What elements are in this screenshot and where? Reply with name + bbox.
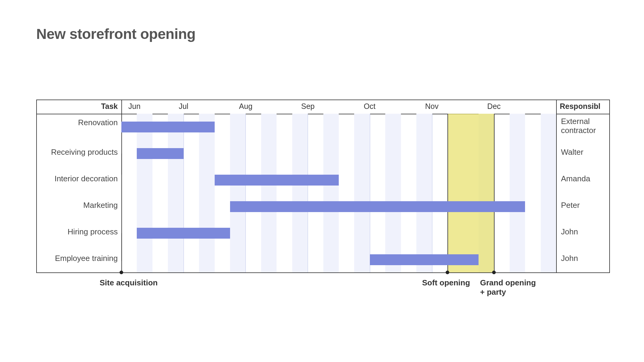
- task-label: Interior decoration: [54, 174, 118, 183]
- task-label: Employee training: [55, 254, 118, 263]
- gantt-chart: Task Jun Jul Aug Sep Oct Nov Dec Respons…: [36, 100, 610, 273]
- responsible-column: External contractor Walter Amanda Peter …: [557, 114, 609, 272]
- bar-interior-decoration[interactable]: [215, 175, 339, 186]
- responsible-label: Peter: [561, 201, 580, 210]
- chart-body: Renovation Receiving products Interior d…: [37, 114, 609, 272]
- header-responsible: Responsibl: [560, 102, 601, 111]
- milestone-marker-soft-opening: [446, 271, 449, 274]
- bar-renovation[interactable]: [121, 122, 215, 132]
- header-month-sep: Sep: [287, 102, 329, 111]
- page-title: New storefront opening: [36, 26, 196, 42]
- chart-header: Task Jun Jul Aug Sep Oct Nov Dec Respons…: [37, 100, 609, 114]
- header-month-aug: Aug: [225, 102, 267, 111]
- responsible-label: John: [561, 254, 578, 263]
- task-label: Renovation: [78, 118, 118, 127]
- milestone-label-grand-opening: Grand opening + party: [480, 278, 536, 297]
- header-month-dec: Dec: [473, 102, 515, 111]
- milestone-marker-site-acquisition: [120, 271, 123, 274]
- milestone-label-site-acquisition: Site acquisition: [100, 278, 158, 287]
- bar-marketing[interactable]: [230, 201, 525, 212]
- task-column: Renovation Receiving products Interior d…: [37, 114, 122, 272]
- bar-receiving-products[interactable]: [137, 148, 183, 159]
- responsible-label: John: [561, 227, 578, 237]
- header-month-oct: Oct: [348, 102, 391, 111]
- task-label: Marketing: [83, 201, 118, 210]
- task-label: Receiving products: [51, 148, 118, 157]
- responsible-label: Walter: [561, 148, 583, 157]
- header-month-jul: Jul: [162, 102, 205, 111]
- responsible-label: Amanda: [561, 174, 590, 183]
- bar-hiring-process[interactable]: [137, 228, 230, 239]
- header-month-nov: Nov: [411, 102, 453, 111]
- timeline: [121, 114, 557, 272]
- milestone-marker-grand-opening: [492, 271, 496, 274]
- task-label: Hiring process: [68, 227, 118, 237]
- bar-employee-training[interactable]: [370, 254, 479, 265]
- responsible-label: External contractor: [561, 117, 609, 135]
- milestone-label-soft-opening: Soft opening: [422, 278, 470, 287]
- header-month-jun: Jun: [113, 102, 155, 111]
